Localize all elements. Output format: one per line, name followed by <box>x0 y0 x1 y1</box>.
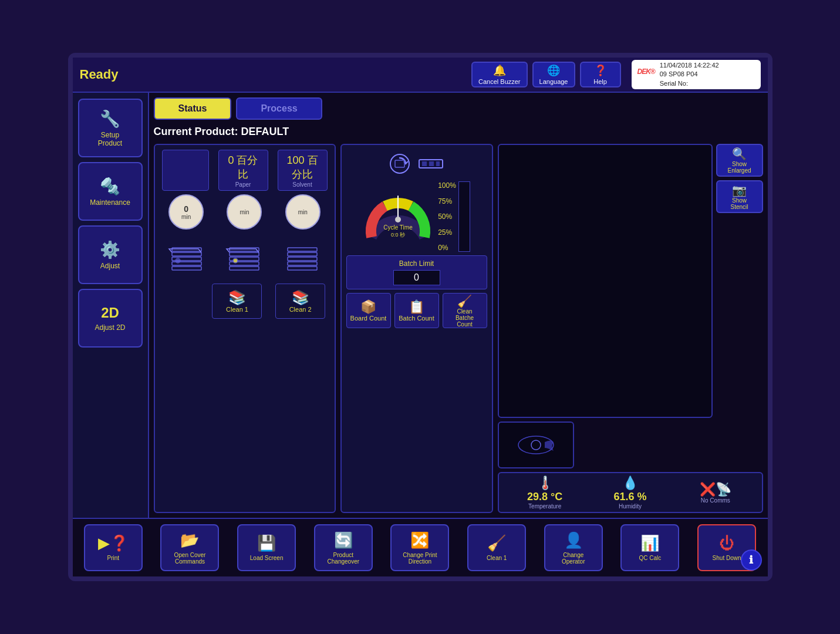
timer-2: min <box>227 194 262 230</box>
svg-point-5 <box>176 258 180 263</box>
language-button[interactable]: 🌐 Language <box>532 62 575 87</box>
sidebar-item-adjust[interactable]: ⚙️ Adjust <box>78 225 143 284</box>
pcb-rotate-icon <box>388 152 411 176</box>
adjust-2d-icon: 2D <box>101 305 119 321</box>
batch-limit-section: Batch Limit 0 <box>346 255 487 289</box>
temperature-sensor: 🌡️ 29.8 °C Temperature <box>505 476 585 510</box>
batch-count-btn[interactable]: 📋 Batch Count <box>394 293 439 328</box>
stack-row <box>160 233 330 280</box>
product-changeover-btn[interactable]: 🔄 ProductChangeover <box>314 524 373 571</box>
change-direction-icon: 🔀 <box>410 531 429 549</box>
load-screen-icon: 💾 <box>257 534 276 552</box>
svg-rect-14 <box>288 257 317 261</box>
clean2-btn[interactable]: 📚 Clean 2 <box>275 284 325 319</box>
svg-point-11 <box>233 258 238 263</box>
ready-label: Ready <box>80 67 472 82</box>
dek-details: 11/04/2018 14:22:42 09 SP08 P04 Serial N… <box>660 61 719 88</box>
tab-process[interactable]: Process <box>236 97 322 120</box>
humidity-sensor: 💧 61.6 % Humidity <box>590 476 670 510</box>
print-icon: ▶❓ <box>98 534 129 552</box>
svg-rect-3 <box>172 252 201 256</box>
buzzer-icon: 🔔 <box>493 64 506 77</box>
clean1-btn[interactable]: 📚 Clean 1 <box>212 284 262 319</box>
svg-rect-18 <box>395 160 404 167</box>
stack-icon-1 <box>163 233 210 280</box>
change-operator-btn[interactable]: 👤 ChangeOperator <box>544 524 603 571</box>
change-operator-icon: 👤 <box>564 531 583 549</box>
maintenance-icon: 🔩 <box>100 177 120 196</box>
show-enlarged-btn[interactable]: 🔍 ShowEnlarged <box>716 144 763 177</box>
svg-rect-0 <box>172 267 201 270</box>
stack-icon-2 <box>221 233 268 280</box>
adjust-icon: ⚙️ <box>100 240 120 259</box>
svg-rect-16 <box>288 248 317 251</box>
stack-icon-3 <box>279 233 326 280</box>
tab-status[interactable]: Status <box>154 97 232 120</box>
main-content: 🔧 SetupProduct 🔩 Maintenance ⚙️ Adjust 2… <box>73 93 768 518</box>
header-buttons: 🔔 Cancel Buzzer 🌐 Language ❓ Help DEK® 1… <box>471 60 761 89</box>
pcb-icon <box>416 155 446 173</box>
cam-bottom-row <box>498 421 713 468</box>
tab-row: Status Process <box>154 97 763 120</box>
status-area: 0 百分 比 Paper 100 百 分比 Solvent 0 <box>154 144 763 513</box>
clean-batch-count-btn[interactable]: 🧹 CleanBatcheCount <box>443 293 487 328</box>
main-screen: Ready 🔔 Cancel Buzzer 🌐 Language ❓ Help … <box>68 53 772 581</box>
camera-area: 🔍 ShowEnlarged 📷 ShowStencil <box>498 144 763 468</box>
setup-product-icon: 🔧 <box>100 109 120 129</box>
count-buttons: 📦 Board Count 📋 Batch Count 🧹 CleanBatch… <box>346 293 487 328</box>
sensor-row: 🌡️ 29.8 °C Temperature 💧 61.6 % Humidity… <box>498 472 763 513</box>
comms-icon: ❌📡 <box>700 482 731 497</box>
dek-logo: DEK® <box>637 66 655 84</box>
open-cover-btn[interactable]: 📂 Open CoverCommands <box>160 524 219 571</box>
help-button[interactable]: ❓ Help <box>580 62 621 87</box>
timer-row: 0 min min min <box>160 194 330 230</box>
status-right-panel: 🔍 ShowEnlarged 📷 ShowStencil 🌡 <box>498 144 763 513</box>
svg-rect-21 <box>429 161 434 166</box>
svg-text:0:0 秒: 0:0 秒 <box>391 232 405 238</box>
comms-sensor: ❌📡 No Comms <box>675 482 755 504</box>
qc-calc-btn[interactable]: 📊 QC Calc <box>620 524 679 571</box>
print-btn[interactable]: ▶❓ Print <box>84 524 143 571</box>
batch-limit-value[interactable]: 0 <box>393 270 440 285</box>
bottom-toolbar: ▶❓ Print 📂 Open CoverCommands 💾 Load Scr… <box>73 518 768 576</box>
gauge-labels: 100% 75% 50% 25% 0% <box>438 181 456 252</box>
sidebar-item-maintenance[interactable]: 🔩 Maintenance <box>78 162 143 221</box>
gauge-container: Cycle Time 0:0 秒 100% 75% 50% 25% 0% <box>346 181 487 252</box>
svg-rect-6 <box>230 267 259 270</box>
cycle-time-gauge: Cycle Time 0:0 秒 <box>363 181 433 252</box>
product-changeover-icon: 🔄 <box>334 531 353 549</box>
solvent-counter: 100 百 分比 Solvent <box>278 150 328 191</box>
paper-counter: 0 百分 比 Paper <box>218 150 268 191</box>
dek-info-panel: DEK® 11/04/2018 14:22:42 09 SP08 P04 Ser… <box>632 60 761 89</box>
svg-text:Cycle Time: Cycle Time <box>383 224 413 231</box>
svg-rect-15 <box>288 252 317 256</box>
right-side-buttons: 🔍 ShowEnlarged 📷 ShowStencil <box>716 144 763 468</box>
svg-rect-9 <box>230 252 259 256</box>
camera-view-main <box>498 144 713 418</box>
clean1-toolbar-btn[interactable]: 🧹 Clean 1 <box>467 524 526 571</box>
sidebar: 🔧 SetupProduct 🔩 Maintenance ⚙️ Adjust 2… <box>73 93 149 518</box>
show-stencil-btn[interactable]: 📷 ShowStencil <box>716 180 763 213</box>
change-print-direction-btn[interactable]: 🔀 Change PrintDirection <box>390 524 449 571</box>
cancel-buzzer-button[interactable]: 🔔 Cancel Buzzer <box>471 62 528 87</box>
timer-1: 0 min <box>168 194 204 230</box>
svg-point-24 <box>395 217 401 222</box>
level-bar <box>458 181 470 252</box>
sidebar-item-setup-product[interactable]: 🔧 SetupProduct <box>78 99 143 157</box>
svg-rect-13 <box>288 262 317 265</box>
qc-calc-icon: 📊 <box>640 534 659 552</box>
svg-point-28 <box>531 440 541 450</box>
status-left-panel: 0 百分 比 Paper 100 百 分比 Solvent 0 <box>154 144 336 513</box>
board-count-btn[interactable]: 📦 Board Count <box>346 293 391 328</box>
timer-3: min <box>285 194 321 230</box>
svg-rect-12 <box>288 267 317 270</box>
info-button[interactable]: ℹ <box>741 549 762 571</box>
counter-row: 0 百分 比 Paper 100 百 分比 Solvent <box>160 150 330 191</box>
sidebar-item-adjust-2d[interactable]: 2D Adjust 2D <box>78 289 143 348</box>
current-product-label: Current Product: DEFAULT <box>154 126 763 138</box>
help-icon: ❓ <box>594 64 607 77</box>
center-panel: Status Process Current Product: DEFAULT … <box>149 93 768 518</box>
temperature-icon: 🌡️ <box>537 476 553 491</box>
load-screen-btn[interactable]: 💾 Load Screen <box>237 524 296 571</box>
camera-thumb <box>498 421 574 468</box>
